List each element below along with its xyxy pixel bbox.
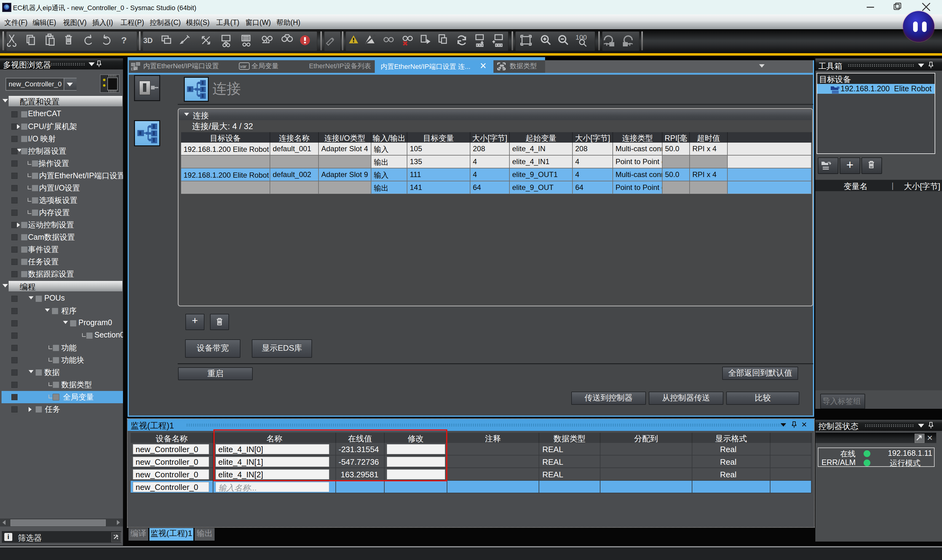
svg-text:EIP: EIP — [131, 67, 137, 71]
svg-text:100: 100 — [576, 34, 587, 41]
svg-text:3D: 3D — [143, 36, 153, 45]
svg-text:?: ? — [121, 35, 127, 45]
svg-text:var: var — [240, 64, 247, 69]
